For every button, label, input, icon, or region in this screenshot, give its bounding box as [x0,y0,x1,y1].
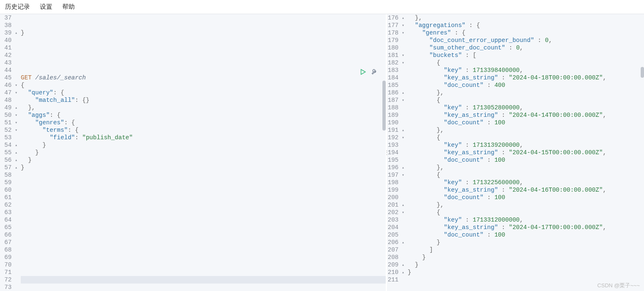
fold-marker[interactable]: ▾ [15,82,17,89]
code-line[interactable] [21,231,386,239]
fold-marker[interactable]: ▴ [402,269,404,276]
fold-marker[interactable]: ▾ [15,127,17,134]
code-line[interactable]: "genres": { [21,119,386,126]
code-line: { [408,96,644,104]
fold-marker[interactable]: ▴ [402,89,404,97]
fold-marker[interactable]: ▾ [402,97,404,104]
fold-marker[interactable]: ▾ [402,209,404,217]
request-editor-pane: 373839▴40414243444546▾47▾4849▴50▾51▾52▾5… [0,14,386,291]
code-line[interactable] [21,186,386,194]
code-line[interactable] [21,59,386,67]
code-line: { [408,59,644,67]
code-line[interactable]: "match_all": {} [21,96,386,104]
code-line: }, [408,126,644,134]
fold-marker[interactable]: ▴ [402,127,404,134]
request-code[interactable]: }GET /sales/_search{ "query": { "match_a… [19,14,386,291]
fold-marker[interactable]: ▾ [15,119,17,127]
fold-marker[interactable]: ▴ [402,15,404,22]
fold-marker[interactable]: ▾ [402,30,404,37]
code-line[interactable] [21,179,386,186]
fold-marker[interactable]: ▴ [15,149,17,157]
code-line: "doc_count_error_upper_bound" : 0, [408,37,644,44]
code-line[interactable]: } [21,29,386,37]
fold-marker[interactable]: ▴ [402,164,404,172]
request-scrollthumb[interactable] [382,81,386,131]
fold-marker[interactable]: ▾ [402,22,404,30]
code-line: "key_as_string" : "2024-04-15T00:00:00.0… [408,149,644,156]
request-editor[interactable]: 373839▴40414243444546▾47▾4849▴50▾51▾52▾5… [0,14,386,291]
menu-settings[interactable]: 设置 [35,3,57,11]
response-editor-pane: 176▴177▾178▾179180181▾182▾183184185186▴1… [387,14,644,291]
code-line: "key" : 1713139200000, [408,141,644,149]
response-gutter: 176▴177▾178▾179180181▾182▾183184185186▴1… [387,14,406,291]
code-line[interactable] [21,216,386,224]
code-line: { [408,171,644,179]
code-line[interactable] [21,254,386,261]
code-line[interactable] [21,52,386,59]
fold-marker[interactable]: ▾ [402,52,404,59]
fold-marker[interactable]: ▴ [15,164,17,172]
code-line[interactable]: { [21,81,386,89]
fold-marker[interactable]: ▾ [402,59,404,67]
code-line: "key_as_string" : "2024-04-18T00:00:00.0… [408,74,644,81]
fold-marker[interactable]: ▴ [402,239,404,247]
code-line: "doc_count" : 100 [408,119,644,126]
code-line[interactable] [21,14,386,22]
code-line[interactable] [21,209,386,216]
code-line[interactable]: GET /sales/_search [21,74,386,81]
code-line[interactable]: "field": "publish_date" [21,134,386,141]
code-line[interactable] [21,22,386,29]
fold-marker[interactable]: ▴ [15,30,17,37]
code-line[interactable]: } [21,164,386,171]
code-line: "key_as_string" : "2024-04-17T00:00:00.0… [408,224,644,231]
code-line[interactable] [21,246,386,254]
menu-history[interactable]: 历史记录 [0,3,35,11]
code-line: "buckets" : [ [408,52,644,59]
fold-marker[interactable]: ▴ [402,261,404,269]
code-line[interactable] [21,194,386,201]
code-line[interactable] [21,201,386,209]
code-line: }, [408,14,644,22]
response-scrollbar[interactable] [640,14,644,291]
fold-marker[interactable]: ▾ [15,89,17,97]
code-line: "doc_count" : 100 [408,156,644,164]
code-line: "key_as_string" : "2024-04-16T00:00:00.0… [408,186,644,194]
code-line[interactable] [21,171,386,179]
wrench-icon[interactable] [371,68,378,78]
code-line: "key_as_string" : "2024-04-14T00:00:00.0… [408,111,644,119]
code-line: } [408,261,644,269]
code-line: "key" : 1713052800000, [408,104,644,111]
response-editor[interactable]: 176▴177▾178▾179180181▾182▾183184185186▴1… [387,14,644,291]
code-line: "key" : 1713225600000, [408,179,644,186]
fold-marker[interactable]: ▾ [402,172,404,179]
code-line[interactable] [21,44,386,52]
fold-marker[interactable]: ▴ [15,142,17,149]
code-line[interactable]: }, [21,104,386,111]
fold-marker[interactable]: ▾ [402,134,404,142]
code-line[interactable]: "aggs": { [21,111,386,119]
fold-marker[interactable]: ▾ [15,112,17,119]
fold-marker[interactable]: ▴ [402,202,404,209]
code-line[interactable] [21,276,386,284]
code-line[interactable] [21,67,386,74]
split-panes: 373839▴40414243444546▾47▾4849▴50▾51▾52▾5… [0,14,644,291]
fold-marker[interactable]: ▴ [15,104,17,112]
code-line[interactable] [21,239,386,246]
run-icon[interactable] [359,68,367,78]
menu-help[interactable]: 帮助 [57,3,80,11]
response-scrollthumb[interactable] [641,67,644,78]
code-line[interactable] [21,269,386,276]
fold-marker[interactable]: ▴ [15,157,17,164]
code-line[interactable] [21,37,386,44]
code-line: "doc_count" : 100 [408,194,644,201]
code-line[interactable]: "terms": { [21,126,386,134]
code-line[interactable]: } [21,156,386,164]
code-line[interactable]: } [21,141,386,149]
code-line[interactable]: "query": { [21,89,386,96]
code-line[interactable] [21,261,386,269]
code-line[interactable] [21,284,386,291]
code-line[interactable] [21,224,386,231]
code-line: }, [408,201,644,209]
code-line: }, [408,89,644,96]
code-line[interactable]: } [21,149,386,156]
